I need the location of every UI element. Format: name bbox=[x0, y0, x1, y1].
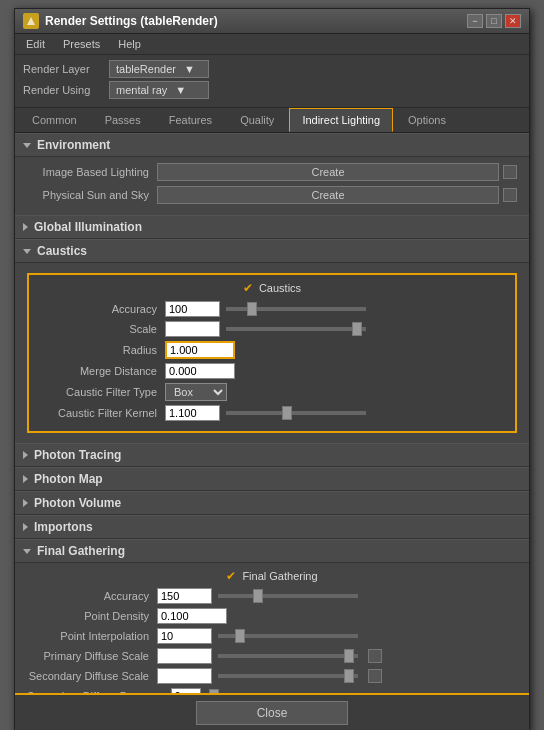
photon-tracing-section-header[interactable]: Photon Tracing bbox=[15, 443, 529, 467]
fg-point-interp-slider[interactable] bbox=[218, 634, 358, 638]
caustics-accuracy-thumb[interactable] bbox=[247, 302, 257, 316]
final-gathering-checkbox-row: ✔ Final Gathering bbox=[27, 569, 517, 583]
image-based-lighting-label: Image Based Lighting bbox=[27, 166, 157, 178]
fg-accuracy-slider[interactable] bbox=[218, 594, 358, 598]
caustics-filter-kernel-input[interactable] bbox=[165, 405, 220, 421]
tab-indirect-lighting[interactable]: Indirect Lighting bbox=[289, 108, 393, 132]
render-layer-arrow: ▼ bbox=[184, 63, 195, 75]
app-icon bbox=[23, 13, 39, 29]
global-illumination-collapse-icon bbox=[23, 223, 28, 231]
menu-presets[interactable]: Presets bbox=[60, 37, 103, 51]
maximize-button[interactable]: □ bbox=[486, 14, 502, 28]
title-bar: Render Settings (tableRender) − □ ✕ bbox=[15, 9, 529, 34]
environment-collapse-icon bbox=[23, 143, 31, 148]
importons-section-header[interactable]: Importons bbox=[15, 515, 529, 539]
physical-sun-sky-label: Physical Sun and Sky bbox=[27, 189, 157, 201]
tab-passes[interactable]: Passes bbox=[92, 108, 154, 132]
menu-bar: Edit Presets Help bbox=[15, 34, 529, 55]
render-layer-value: tableRender bbox=[116, 63, 176, 75]
fg-secondary-diffuse-label: Secondary Diffuse Scale bbox=[27, 670, 157, 682]
render-layer-row: Render Layer tableRender ▼ bbox=[23, 60, 521, 78]
fg-primary-diffuse-input[interactable] bbox=[157, 648, 212, 664]
caustics-radius-label: Radius bbox=[35, 344, 165, 356]
fg-point-interp-label: Point Interpolation bbox=[27, 630, 157, 642]
environment-section-header[interactable]: Environment bbox=[15, 133, 529, 157]
caustics-filter-kernel-row: Caustic Filter Kernel bbox=[35, 405, 509, 421]
render-using-row: Render Using mental ray ▼ bbox=[23, 81, 521, 99]
caustics-filter-type-dropdown[interactable]: Box Cone Gauss bbox=[165, 383, 227, 401]
render-settings-window: Render Settings (tableRender) − □ ✕ Edit… bbox=[14, 8, 530, 730]
physical-sun-sky-create-button[interactable]: Create bbox=[157, 186, 499, 204]
fg-point-interp-input[interactable] bbox=[157, 628, 212, 644]
fg-primary-diffuse-thumb[interactable] bbox=[344, 649, 354, 663]
caustics-radius-row: Radius bbox=[35, 341, 509, 359]
caustics-merge-distance-input[interactable] bbox=[165, 363, 235, 379]
fg-secondary-bounces-label: Secondary Diffuse Bounces bbox=[27, 690, 171, 693]
caustics-filter-kernel-label: Caustic Filter Kernel bbox=[35, 407, 165, 419]
fg-accuracy-thumb[interactable] bbox=[253, 589, 263, 603]
photon-tracing-section-title: Photon Tracing bbox=[34, 448, 121, 462]
caustics-accuracy-input[interactable] bbox=[165, 301, 220, 317]
final-gathering-collapse-icon bbox=[23, 549, 31, 554]
caustics-filter-kernel-slider[interactable] bbox=[226, 411, 366, 415]
fg-secondary-diffuse-row: Secondary Diffuse Scale bbox=[27, 668, 517, 684]
caustics-section-header[interactable]: Caustics bbox=[15, 239, 529, 263]
caustics-scale-row: Scale bbox=[35, 321, 509, 337]
fg-secondary-bounces-input[interactable] bbox=[171, 688, 201, 693]
render-layer-dropdown[interactable]: tableRender ▼ bbox=[109, 60, 209, 78]
photon-map-section-title: Photon Map bbox=[34, 472, 103, 486]
caustics-radius-input[interactable] bbox=[165, 341, 235, 359]
photon-volume-section-header[interactable]: Photon Volume bbox=[15, 491, 529, 515]
caustics-accuracy-slider[interactable] bbox=[226, 307, 366, 311]
caustics-accuracy-row: Accuracy bbox=[35, 301, 509, 317]
menu-help[interactable]: Help bbox=[115, 37, 144, 51]
close-button[interactable]: Close bbox=[196, 701, 349, 725]
fg-accuracy-input[interactable] bbox=[157, 588, 212, 604]
fg-secondary-diffuse-input[interactable] bbox=[157, 668, 212, 684]
physical-sun-sky-icon[interactable] bbox=[503, 188, 517, 202]
global-illumination-section-header[interactable]: Global Illumination bbox=[15, 215, 529, 239]
fg-point-density-label: Point Density bbox=[27, 610, 157, 622]
caustics-section-title: Caustics bbox=[37, 244, 87, 258]
fg-secondary-diffuse-icon[interactable] bbox=[368, 669, 382, 683]
fg-primary-diffuse-slider[interactable] bbox=[218, 654, 358, 658]
tab-features[interactable]: Features bbox=[156, 108, 225, 132]
image-based-lighting-create-button[interactable]: Create bbox=[157, 163, 499, 181]
caustics-checkbox-label: Caustics bbox=[259, 282, 301, 294]
tab-quality[interactable]: Quality bbox=[227, 108, 287, 132]
caustics-merge-distance-label: Merge Distance bbox=[35, 365, 165, 377]
title-bar-left: Render Settings (tableRender) bbox=[23, 13, 218, 29]
final-gathering-section-title: Final Gathering bbox=[37, 544, 125, 558]
image-based-lighting-icon[interactable] bbox=[503, 165, 517, 179]
toolbar-section: Render Layer tableRender ▼ Render Using … bbox=[15, 55, 529, 108]
photon-map-section-header[interactable]: Photon Map bbox=[15, 467, 529, 491]
final-gathering-section-header[interactable]: Final Gathering bbox=[15, 539, 529, 563]
fg-secondary-diffuse-slider[interactable] bbox=[218, 674, 358, 678]
close-bar: Close bbox=[15, 693, 529, 730]
content-area: Environment Image Based Lighting Create … bbox=[15, 133, 529, 693]
fg-accuracy-label: Accuracy bbox=[27, 590, 157, 602]
fg-secondary-bounces-thumb[interactable] bbox=[209, 689, 219, 693]
tab-options[interactable]: Options bbox=[395, 108, 459, 132]
physical-sun-sky-row: Physical Sun and Sky Create bbox=[27, 186, 517, 204]
tab-common[interactable]: Common bbox=[19, 108, 90, 132]
importons-collapse-icon bbox=[23, 523, 28, 531]
caustics-scale-slider[interactable] bbox=[226, 327, 366, 331]
fg-primary-diffuse-icon[interactable] bbox=[368, 649, 382, 663]
fg-point-density-input[interactable] bbox=[157, 608, 227, 624]
render-using-value: mental ray bbox=[116, 84, 167, 96]
menu-edit[interactable]: Edit bbox=[23, 37, 48, 51]
render-using-dropdown[interactable]: mental ray ▼ bbox=[109, 81, 209, 99]
window-close-button[interactable]: ✕ bbox=[505, 14, 521, 28]
caustics-filter-kernel-thumb[interactable] bbox=[282, 406, 292, 420]
fg-point-interp-thumb[interactable] bbox=[235, 629, 245, 643]
render-layer-label: Render Layer bbox=[23, 63, 103, 75]
photon-volume-collapse-icon bbox=[23, 499, 28, 507]
minimize-button[interactable]: − bbox=[467, 14, 483, 28]
caustics-scale-thumb[interactable] bbox=[352, 322, 362, 336]
fg-accuracy-row: Accuracy bbox=[27, 588, 517, 604]
fg-primary-diffuse-label: Primary Diffuse Scale bbox=[27, 650, 157, 662]
caustics-merge-distance-row: Merge Distance bbox=[35, 363, 509, 379]
caustics-scale-input[interactable] bbox=[165, 321, 220, 337]
fg-secondary-diffuse-thumb[interactable] bbox=[344, 669, 354, 683]
